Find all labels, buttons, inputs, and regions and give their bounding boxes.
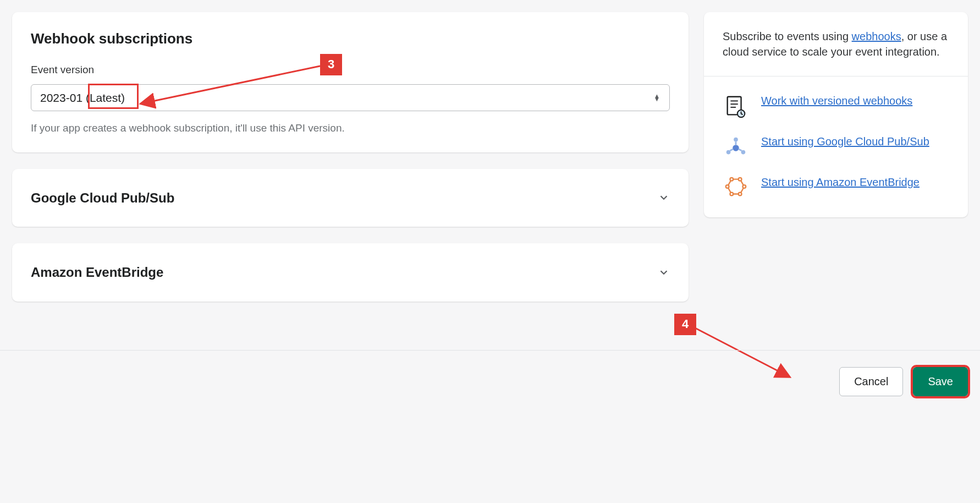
pubsub-icon bbox=[723, 134, 749, 160]
svg-line-11 bbox=[739, 149, 742, 151]
amazon-eventbridge-card[interactable]: Amazon EventBridge bbox=[12, 243, 689, 302]
cancel-button[interactable]: Cancel bbox=[839, 367, 903, 396]
event-version-label: Event version bbox=[31, 63, 670, 78]
sidebar-link-label[interactable]: Start using Amazon EventBridge bbox=[761, 174, 920, 190]
svg-point-17 bbox=[730, 193, 733, 196]
sidebar-card: Subscribe to events using webhooks, or u… bbox=[704, 12, 968, 217]
event-version-select-wrap: 2023-01 (Latest) ▲▼ bbox=[31, 84, 670, 111]
google-pubsub-title: Google Cloud Pub/Sub bbox=[31, 189, 174, 207]
event-version-helper: If your app creates a webhook subscripti… bbox=[31, 121, 670, 136]
sidebar-link-eventbridge: Start using Amazon EventBridge bbox=[723, 174, 949, 201]
chevron-down-icon bbox=[658, 192, 670, 204]
sidebar-link-label[interactable]: Work with versioned webhooks bbox=[761, 93, 912, 108]
svg-marker-12 bbox=[728, 179, 745, 194]
amazon-eventbridge-title: Amazon EventBridge bbox=[31, 263, 163, 282]
svg-point-14 bbox=[739, 178, 742, 181]
sidebar-intro: Subscribe to events using webhooks, or u… bbox=[723, 29, 949, 59]
sidebar-link-versioned-webhooks: Work with versioned webhooks bbox=[723, 93, 949, 119]
document-icon bbox=[723, 93, 749, 119]
webhook-heading: Webhook subscriptions bbox=[31, 29, 670, 48]
svg-point-15 bbox=[742, 185, 746, 188]
svg-point-16 bbox=[739, 193, 742, 196]
svg-point-6 bbox=[726, 150, 731, 155]
svg-point-8 bbox=[733, 145, 739, 151]
svg-line-10 bbox=[730, 149, 733, 151]
footer-bar: Cancel Save bbox=[0, 350, 980, 396]
webhooks-link[interactable]: webhooks bbox=[852, 30, 901, 42]
sidebar-link-pubsub: Start using Google Cloud Pub/Sub bbox=[723, 134, 949, 160]
svg-point-13 bbox=[730, 178, 733, 181]
eventbridge-icon bbox=[723, 174, 749, 201]
svg-point-7 bbox=[741, 150, 746, 155]
google-pubsub-card[interactable]: Google Cloud Pub/Sub bbox=[12, 169, 689, 227]
webhook-subscriptions-card: Webhook subscriptions Event version 2023… bbox=[12, 12, 689, 152]
event-version-select[interactable]: 2023-01 (Latest) bbox=[31, 84, 670, 111]
svg-point-5 bbox=[734, 138, 738, 142]
svg-point-18 bbox=[726, 185, 729, 188]
sidebar-link-label[interactable]: Start using Google Cloud Pub/Sub bbox=[761, 134, 929, 149]
chevron-down-icon bbox=[658, 266, 670, 278]
save-button[interactable]: Save bbox=[913, 367, 968, 396]
